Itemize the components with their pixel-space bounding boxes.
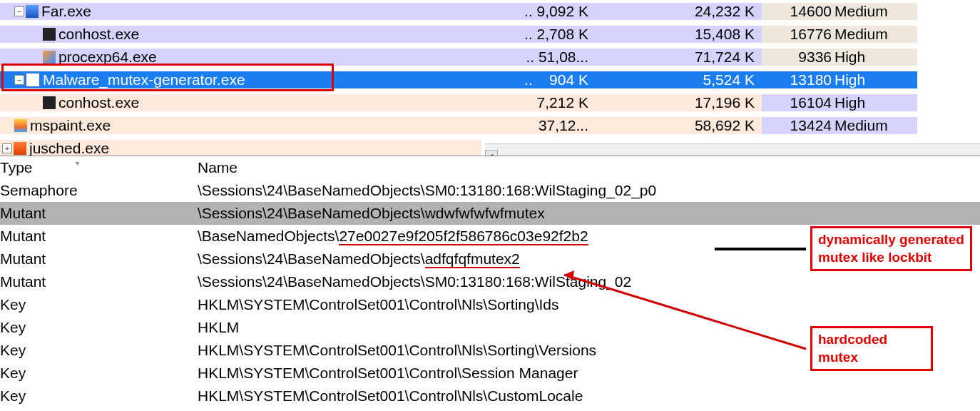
handle-name: HKLM\SYSTEM\ControlSet001\Control\Nls\Cu… — [196, 387, 980, 405]
cell-priv: .. 904 K — [481, 71, 596, 88]
cell-ws: 15,408 K — [596, 26, 762, 43]
cell-ws: 17,196 K — [596, 94, 762, 111]
handle-row[interactable]: Mutant\Sessions\24\BaseNamedObjects\wdwf… — [0, 202, 980, 225]
process-name: conhost.exe — [58, 26, 139, 43]
cell-priv: .. 2,708 K — [481, 26, 596, 43]
horizontal-scrollbar[interactable]: ◄ — [485, 143, 980, 156]
cell-priority: Medium — [833, 117, 917, 134]
handle-type: Semaphore — [0, 182, 196, 199]
handle-row[interactable]: Mutant\Sessions\24\BaseNamedObjects\SM0:… — [0, 270, 980, 293]
process-row[interactable]: −Malware_mutex-generator.exe.. 904 K5,52… — [0, 68, 980, 91]
cell-priv: 37,12... — [481, 117, 596, 134]
cell-pid: 14600 — [762, 3, 833, 20]
cell-priv: .. 51,08... — [481, 49, 596, 66]
cell-ws: 24,232 K — [596, 3, 762, 20]
cell-ws: 71,724 K — [596, 49, 762, 66]
process-name: conhost.exe — [58, 94, 139, 111]
process-row[interactable]: mspaint.exe37,12...58,692 K13424Medium — [0, 114, 980, 137]
cell-priority: High — [833, 94, 917, 111]
handle-type: Key — [0, 342, 196, 359]
cell-priority: High — [833, 71, 917, 88]
process-row[interactable]: procexp64.exe.. 51,08...71,724 K9336High — [0, 46, 980, 68]
process-name: jusched.exe — [29, 140, 109, 156]
handle-row[interactable]: KeyHKLM\SYSTEM\ControlSet001\Control\Nls… — [0, 385, 980, 407]
handle-row[interactable]: Semaphore\Sessions\24\BaseNamedObjects\S… — [0, 179, 980, 202]
handle-name: \Sessions\24\BaseNamedObjects\wdwfwfwfwf… — [196, 205, 980, 222]
handle-name: \Sessions\24\BaseNamedObjects\SM0:13180:… — [196, 182, 980, 199]
handles-header[interactable]: Type▾ Name — [0, 156, 980, 179]
sort-indicator-icon: ▾ — [76, 159, 79, 167]
cell-pid: 13180 — [762, 71, 833, 88]
cell-priv: 7,212 K — [481, 94, 596, 111]
handles-pane[interactable]: Type▾ Name Semaphore\Sessions\24\BaseNam… — [0, 156, 980, 411]
cell-pid: 13424 — [762, 117, 833, 134]
handle-type: Mutant — [0, 205, 196, 222]
process-row[interactable]: −Far.exe.. 9,092 K24,232 K14600Medium — [0, 0, 980, 23]
handle-type: Key — [0, 296, 196, 313]
handle-type: Mutant — [0, 250, 196, 268]
cell-priority: Medium — [833, 26, 917, 43]
cell-ws: 58,692 K — [596, 117, 762, 134]
tree-toggle-icon[interactable]: + — [2, 143, 12, 153]
process-name: Far.exe — [41, 3, 91, 20]
cell-priority: High — [833, 49, 917, 66]
handle-type: Mutant — [0, 273, 196, 290]
handle-name: HKLM\SYSTEM\ControlSet001\Control\Nls\So… — [196, 296, 980, 313]
process-row[interactable]: conhost.exe.. 2,708 K15,408 K16776Medium — [0, 23, 980, 46]
annotation-hardcoded-mutex: hardcoded mutex — [810, 326, 933, 371]
handle-type: Mutant — [0, 228, 196, 245]
handle-type: Key — [0, 365, 196, 382]
tree-toggle-icon[interactable]: − — [14, 75, 24, 85]
column-header-name[interactable]: Name — [196, 159, 980, 176]
scroll-left-icon[interactable]: ◄ — [485, 150, 498, 156]
tree-toggle-icon[interactable]: − — [14, 6, 24, 16]
process-name: mspaint.exe — [30, 117, 111, 134]
process-tree-pane[interactable]: −Far.exe.. 9,092 K24,232 K14600Mediumcon… — [0, 0, 980, 156]
handle-type: Key — [0, 319, 196, 336]
handle-type: Key — [0, 387, 196, 405]
annotation-dynamic-mutex: dynamically generated mutex like lockbit — [810, 226, 972, 271]
column-header-type[interactable]: Type▾ — [0, 159, 196, 176]
process-name: procexp64.exe — [58, 49, 157, 66]
cell-ws: 5,524 K — [596, 71, 762, 88]
process-name: Malware_mutex-generator.exe — [43, 71, 245, 88]
cell-pid: 16104 — [762, 94, 833, 111]
handle-name: \Sessions\24\BaseNamedObjects\SM0:13180:… — [196, 273, 980, 290]
cell-priority: Medium — [833, 3, 917, 20]
cell-priv: .. 9,092 K — [481, 3, 596, 20]
handle-row[interactable]: KeyHKLM\SYSTEM\ControlSet001\Control\Nls… — [0, 293, 980, 316]
cell-pid: 16776 — [762, 26, 833, 43]
cell-pid: 9336 — [762, 49, 833, 66]
process-row[interactable]: conhost.exe7,212 K17,196 K16104High — [0, 91, 980, 114]
